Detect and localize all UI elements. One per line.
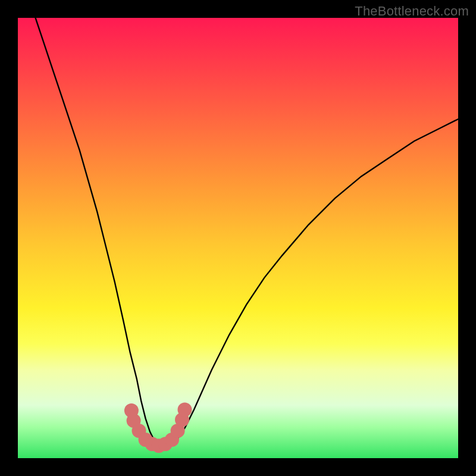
watermark-text: TheBottleneck.com	[355, 4, 469, 19]
bottleneck-curve-path	[36, 18, 458, 447]
plot-area	[18, 18, 458, 458]
chart-frame: TheBottleneck.com	[0, 0, 476, 476]
curve-svg	[18, 18, 458, 458]
optimal-range-markers	[124, 403, 192, 453]
marker-dot	[178, 403, 192, 417]
